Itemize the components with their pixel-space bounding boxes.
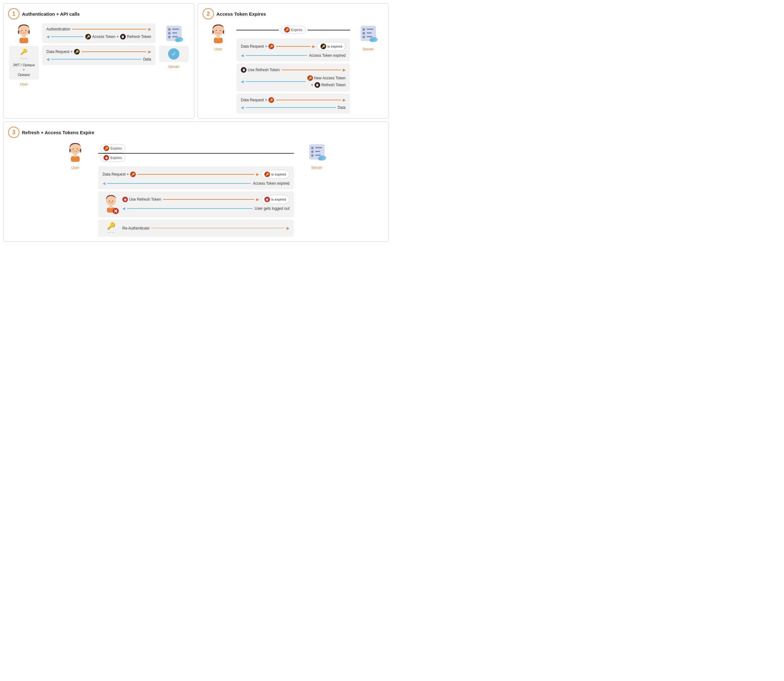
s2-flow2: ⏰ Use Refresh Token ▶ ◀ 🔑 New Access Tok [236, 63, 350, 92]
s2-data-req-icon: 🔑 [268, 44, 274, 49]
server-icon-2 [358, 23, 379, 44]
expires-label-3b: Expires [110, 156, 122, 160]
svg-rect-51 [315, 147, 322, 148]
jwt-opaque-label: JWT / Opaque [13, 63, 35, 67]
svg-rect-38 [74, 154, 77, 157]
svg-point-15 [175, 38, 180, 42]
user-label-2: User [214, 47, 222, 51]
expires-key-icon: 🔑 [284, 27, 290, 33]
svg-point-34 [76, 149, 78, 150]
svg-point-50 [311, 154, 314, 157]
user-label-3: User [71, 166, 79, 170]
section1-flows: Authentication ▶ ◀ 🔑 Access Token + ⏰ [42, 23, 155, 65]
s3-expired-text: Access Token expired [253, 181, 290, 185]
server-label-1: Server [168, 65, 179, 69]
user-avatar-3 [65, 142, 86, 163]
is-expired-icon-2a: 🔑 [320, 44, 326, 49]
section2-layout: User 🔑 Expires Da [203, 23, 384, 114]
s2-expired-resp: ◀ Access Token expired [241, 52, 345, 59]
svg-rect-13 [172, 36, 178, 37]
svg-point-17 [216, 30, 217, 31]
server-label-3: Server [311, 166, 322, 170]
svg-point-31 [369, 38, 374, 42]
s3-reauth-text: Re-Authenticate [122, 226, 149, 230]
section1-layout: 🔑 ····· JWT / Opaque + Opaque User Authe [8, 23, 189, 87]
server-icon-1 [164, 23, 184, 44]
svg-rect-5 [19, 38, 28, 43]
svg-rect-21 [214, 38, 223, 43]
s3-flow2: ⏰ Use Refresh Token ▶ ⏰ is expired ◀ [98, 191, 294, 218]
section3-right-actor: Server [296, 142, 337, 170]
svg-point-26 [363, 36, 365, 38]
svg-rect-28 [367, 32, 372, 33]
s2-flow1: Data Request + 🔑 ▶ 🔑 is expired ◀ [236, 38, 350, 62]
s3-reauth-req: Re-Authenticate ▶ [122, 225, 290, 232]
svg-point-9 [168, 32, 171, 35]
svg-rect-53 [315, 155, 321, 156]
refresh-token-icon: ⏰ [120, 34, 126, 40]
section3-title: Refresh + Access Tokens Expire [22, 130, 94, 135]
svg-point-4 [26, 31, 28, 33]
section1-header: 1 Authentication + API calls [8, 8, 189, 19]
svg-point-10 [168, 36, 171, 38]
svg-rect-52 [315, 151, 320, 152]
is-expired-badge-3a: 🔑 is expired [261, 170, 290, 179]
svg-point-25 [363, 32, 365, 35]
data-arrow-1: ◀ Data [46, 56, 151, 63]
expires-label-2: Expires [291, 28, 303, 32]
svg-point-24 [363, 28, 365, 31]
section3-header: 3 Refresh + Access Tokens Expire [8, 127, 384, 138]
access-token-icon: 🔑 [85, 34, 91, 40]
step2-number: 2 [203, 8, 214, 19]
section1-box: 1 Authentication + API calls [3, 3, 195, 119]
plus-label-1: + [23, 68, 25, 71]
s2-data-req-text: Data Request + 🔑 [241, 44, 274, 49]
s3-data-req-icon: 🔑 [130, 171, 136, 177]
data-flow-block: Data Request + 🔑 ▶ ◀ Data [42, 45, 155, 65]
s2-data-req: Data Request + 🔑 ▶ 🔑 is expired [241, 41, 345, 52]
s3-clock-icon: ⏰ [122, 196, 128, 202]
svg-point-2 [25, 30, 26, 31]
svg-rect-22 [217, 35, 220, 38]
checkmark-bubble: ✓ [168, 48, 179, 60]
user-avatar-1 [14, 23, 34, 44]
svg-point-8 [168, 28, 171, 31]
svg-point-20 [220, 31, 222, 33]
svg-rect-37 [71, 156, 80, 162]
svg-rect-27 [367, 29, 374, 30]
section3-flows: 🔑 Expires ⏰ Expires [98, 142, 294, 237]
section2-header: 2 Access Token Expires [203, 8, 384, 19]
s3-flow1: Data Request + 🔑 ▶ 🔑 is expired ◀ [98, 166, 294, 189]
svg-point-55 [318, 157, 323, 160]
server-label-2: Server [363, 47, 374, 51]
is-expired-icon-3b: ⏰ [265, 196, 270, 202]
is-expired-icon-3a: 🔑 [265, 171, 270, 177]
auth-arrow-row: Authentication ▶ [46, 26, 151, 33]
step1-number: 1 [8, 8, 19, 19]
auth-text: Authentication [46, 27, 70, 32]
s3-refresh-req: ⏰ Use Refresh Token ▶ ⏰ is expired [122, 194, 290, 205]
s2-new-access-icon: 🔑 [307, 75, 313, 81]
svg-point-33 [73, 149, 74, 150]
s2-flow3: Data Request + 🔑 ▶ ◀ Data [236, 93, 350, 114]
user-avatar-2 [208, 23, 229, 44]
svg-rect-11 [172, 29, 179, 30]
section2-left-actor: User [203, 23, 234, 51]
section2-box: 2 Access Token Expires [198, 3, 389, 119]
section3-layout: User 🔑 Expires ⏰ Expires [55, 142, 337, 237]
svg-point-3 [20, 31, 22, 33]
opaque-label: Opaque [17, 73, 30, 76]
user-label-1: User [20, 82, 28, 87]
svg-point-35 [71, 149, 73, 151]
section2-title: Access Token Expires [216, 11, 266, 17]
s2-data-req2: Data Request + 🔑 ▶ [241, 96, 345, 104]
s3-logout-resp: ◀ User gets logged out [122, 205, 290, 212]
tokens-arrow-row: ◀ 🔑 Access Token + ⏰ Refresh Token [46, 33, 151, 41]
svg-rect-29 [367, 36, 372, 37]
section1-right-actor: ✓ Server [158, 23, 189, 69]
section3-box: 3 Refresh + Access Tokens Expire [3, 122, 389, 242]
s3-logout-text: User gets logged out [255, 206, 290, 211]
svg-point-1 [21, 30, 22, 31]
section1-title: Authentication + API calls [22, 11, 80, 17]
expires-key-icon-3: 🔑 [103, 146, 109, 151]
